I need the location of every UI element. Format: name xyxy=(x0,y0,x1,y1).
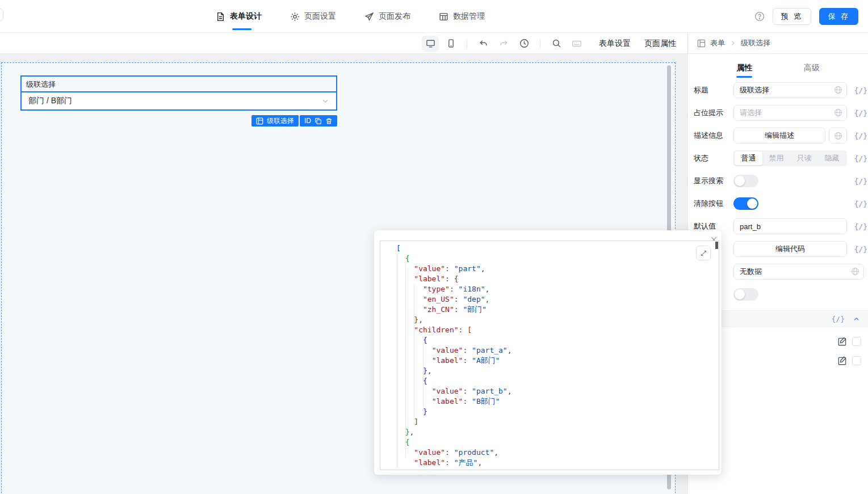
field-label: 描述信息 xyxy=(694,130,733,141)
globe-button[interactable] xyxy=(829,128,847,143)
indent-guide xyxy=(397,254,397,468)
undo-button[interactable] xyxy=(475,36,492,52)
cascade-select-input[interactable]: 部门 / B部门 xyxy=(20,91,337,111)
status-option-normal[interactable]: 普通 xyxy=(735,151,762,165)
toolbar-divider xyxy=(540,39,540,49)
keyboard-icon xyxy=(572,39,582,49)
bind-code-icon[interactable]: {/} xyxy=(847,109,867,117)
code-editor-dialog: [ { "value": "part", "label": { "type": … xyxy=(374,230,722,475)
code-editor[interactable]: [ { "value": "part", "label": { "type": … xyxy=(380,240,719,470)
edit-code-button[interactable]: 编辑代码 xyxy=(733,241,847,257)
desktop-view-button[interactable] xyxy=(422,36,439,52)
tab-label: 数据管理 xyxy=(453,11,485,22)
breadcrumb-form[interactable]: 表单 xyxy=(710,38,725,48)
shortcut-keys-button[interactable] xyxy=(568,36,585,52)
mobile-view-button[interactable] xyxy=(442,36,459,52)
search-icon xyxy=(552,39,561,48)
option-checkbox[interactable] xyxy=(852,356,861,365)
mobile-icon xyxy=(446,39,456,48)
code-scrollbar[interactable] xyxy=(713,241,719,470)
status-option-readonly[interactable]: 只读 xyxy=(790,151,818,165)
redo-button[interactable] xyxy=(495,36,512,52)
inspector-tabs: 属性 高级 xyxy=(688,54,868,82)
tab-properties[interactable]: 属性 xyxy=(736,54,752,82)
status-option-hidden[interactable]: 隐藏 xyxy=(818,151,846,165)
breadcrumb-current[interactable]: 级联选择 xyxy=(741,38,770,48)
code-lines[interactable]: [ { "value": "part", "label": { "type": … xyxy=(380,241,713,470)
page-properties-button[interactable]: 页面属性 xyxy=(644,39,676,49)
collapsed-left-button[interactable] xyxy=(0,9,3,21)
field-label: 状态 xyxy=(694,153,733,163)
component-icon xyxy=(256,117,263,125)
widget-tools: ID xyxy=(300,115,337,126)
tab-page-publish[interactable]: 页面发布 xyxy=(364,0,410,33)
field-label: 显示搜索 xyxy=(694,176,733,186)
bind-code-icon[interactable]: {/} xyxy=(847,86,867,95)
extra-toggle[interactable] xyxy=(733,288,758,301)
canvas-toolbar: 表单设置 页面属性 xyxy=(422,33,676,54)
placeholder-input[interactable]: 请选择 xyxy=(733,105,847,121)
title-input[interactable]: 级联选择 xyxy=(733,82,847,98)
widget-action-bar: 级联选择 ID xyxy=(20,115,337,126)
bind-code-icon[interactable]: {/} xyxy=(847,132,867,140)
undo-icon xyxy=(479,39,488,48)
tab-form-design[interactable]: 表单设计 xyxy=(216,0,262,33)
component-icon xyxy=(697,39,706,48)
field-status: 状态 普通 禁用 只读 隐藏 {/} xyxy=(694,150,861,166)
edit-description-button[interactable]: 编辑描述 xyxy=(733,128,825,143)
search-button[interactable] xyxy=(548,36,565,52)
globe-icon xyxy=(834,132,842,140)
bind-code-icon[interactable]: {/} xyxy=(847,154,867,163)
edit-icon[interactable] xyxy=(837,336,848,347)
field-clear-button: 清除按钮 {/} xyxy=(694,196,861,212)
code-scrollbar-thumb[interactable] xyxy=(715,242,718,249)
tab-page-settings[interactable]: 页面设置 xyxy=(290,0,336,33)
form-settings-button[interactable]: 表单设置 xyxy=(599,39,631,49)
copy-icon[interactable] xyxy=(315,117,322,125)
status-segmented-control: 普通 禁用 只读 隐藏 xyxy=(733,150,847,166)
no-data-input[interactable]: 无数据 xyxy=(733,264,864,280)
help-icon[interactable] xyxy=(754,11,765,22)
indent-guide xyxy=(423,345,423,407)
edit-icon[interactable] xyxy=(837,356,848,366)
inspector-breadcrumb-bar: 表单 级联选择 xyxy=(687,33,868,54)
chevron-up-icon[interactable] xyxy=(853,315,860,323)
preview-button[interactable]: 预 览 xyxy=(773,8,812,25)
history-icon xyxy=(519,39,529,48)
tab-label: 表单设计 xyxy=(230,11,262,22)
globe-icon[interactable] xyxy=(834,86,842,94)
globe-icon[interactable] xyxy=(834,108,842,117)
toolbar-divider xyxy=(467,39,467,49)
clear-button-toggle[interactable] xyxy=(733,197,758,210)
chevron-down-icon xyxy=(321,97,329,105)
globe-icon[interactable] xyxy=(851,267,859,276)
field-label: 标题 xyxy=(694,85,733,95)
document-icon xyxy=(216,12,225,22)
tab-label: 页面设置 xyxy=(304,11,336,22)
bind-code-icon[interactable]: {/} xyxy=(847,177,867,185)
table-icon xyxy=(439,12,448,22)
cascade-select-widget[interactable]: 级联选择 部门 / B部门 xyxy=(20,75,337,111)
expand-icon[interactable] xyxy=(696,246,711,260)
show-search-toggle[interactable] xyxy=(733,175,758,187)
chevron-right-icon xyxy=(729,40,736,47)
status-option-disabled[interactable]: 禁用 xyxy=(762,151,790,165)
bind-code-icon[interactable]: {/} xyxy=(847,200,867,208)
widget-field-label: 级联选择 xyxy=(22,77,336,92)
tab-data-management[interactable]: 数据管理 xyxy=(439,0,485,33)
bind-code-icon[interactable]: {/} xyxy=(847,245,867,254)
app-header: 表单设计 页面设置 页面发布 数据管理 预 览 保 存 xyxy=(0,0,868,33)
bind-code-icon[interactable]: {/} xyxy=(847,222,867,231)
option-checkbox[interactable] xyxy=(852,337,861,346)
field-show-search: 显示搜索 {/} xyxy=(694,173,861,189)
widget-id-button[interactable]: ID xyxy=(304,117,311,125)
indent-guide xyxy=(414,284,414,417)
widget-type-badge[interactable]: 级联选择 xyxy=(251,115,299,126)
trash-icon[interactable] xyxy=(325,117,333,125)
field-placeholder: 占位提示 请选择 {/} xyxy=(694,105,861,121)
history-button[interactable] xyxy=(515,36,532,52)
tab-advanced[interactable]: 高级 xyxy=(804,54,820,82)
save-button[interactable]: 保 存 xyxy=(819,8,858,25)
bind-code-icon[interactable]: {/} xyxy=(832,315,845,323)
default-value-input[interactable]: part_b xyxy=(733,218,847,234)
